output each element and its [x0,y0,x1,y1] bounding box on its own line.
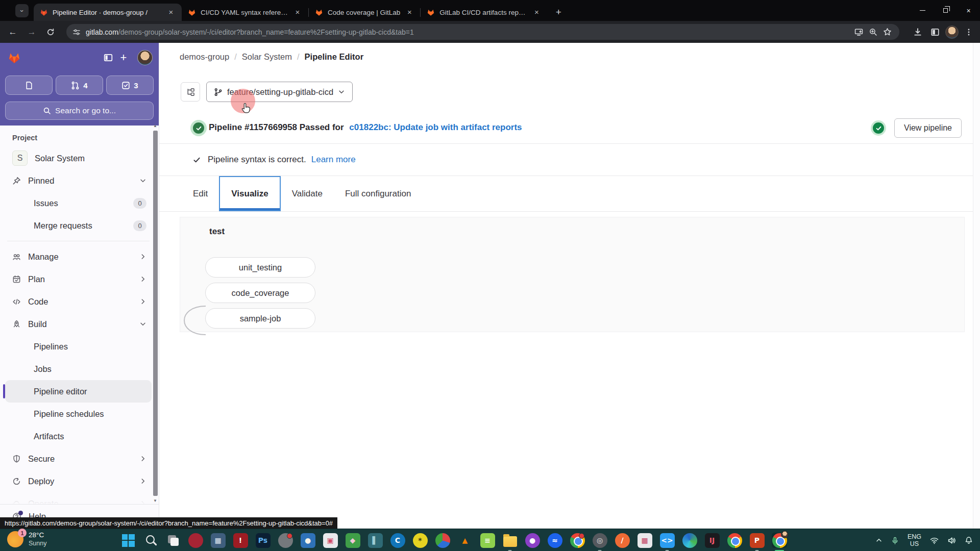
volume-icon[interactable] [947,536,956,545]
browser-tab-2[interactable]: CI/CD YAML syntax reference | ( × [182,4,308,21]
job-node-sample-job[interactable]: sample-job [205,308,315,329]
intellij-app[interactable]: IJ [704,533,720,548]
sidebar-item-artifacts[interactable]: Artifacts [5,425,152,447]
search-input[interactable]: Search or go to... [5,102,154,120]
browser-tab-3[interactable]: Code coverage | GitLab × [309,4,420,21]
bookmark-star-button[interactable] [880,25,894,39]
file-explorer[interactable] [502,533,518,548]
tab-full-configuration[interactable]: Full configuration [334,176,422,211]
todos-shortcut-button[interactable]: 3 [106,76,154,95]
notification-bell-icon[interactable] [965,536,973,544]
sidebar-item-issues[interactable]: Issues 0 [5,192,152,214]
sidebar-item-pipeline-schedules[interactable]: Pipeline schedules [5,403,152,425]
sidebar-item-operate[interactable]: Operate [5,492,152,504]
create-new-button[interactable]: + [116,50,131,65]
sidebar-item-pipelines[interactable]: Pipelines [5,335,152,358]
photoshop-app[interactable]: Ps [255,533,271,548]
window-close-button[interactable]: × [957,0,980,21]
sidebar-toggle-button[interactable] [101,50,116,65]
job-node-unit-testing[interactable]: unit_testing [205,257,315,278]
window-restore-button[interactable] [934,0,957,21]
new-tab-button[interactable]: + [551,5,566,19]
microphone-icon[interactable] [891,537,899,544]
tab-edit[interactable]: Edit [182,176,219,211]
powerpoint-app[interactable]: P [749,533,765,548]
tab-search-button[interactable]: › [15,4,29,17]
back-button[interactable]: ← [5,24,20,40]
sidebar-item-jobs[interactable]: Jobs [5,358,152,380]
forward-button[interactable]: → [24,24,39,40]
tab-close-icon[interactable]: × [532,8,541,17]
zoom-page-button[interactable] [866,25,880,39]
penguin-app[interactable]: ● [300,533,315,548]
notepad-app[interactable]: ≡ [480,533,495,548]
breadcrumb-project-link[interactable]: Solar System [242,52,292,62]
browser-profile-avatar[interactable] [945,26,959,39]
merge-requests-shortcut-button[interactable]: 4 [56,76,103,95]
sidebar-item-deploy[interactable]: Deploy [5,470,152,492]
commit-link[interactable]: c01822bc: Update job with artifact repor… [349,122,522,132]
github-app[interactable]: ● [525,533,540,548]
design-app[interactable]: ◆ [345,533,360,548]
page-scrollbar[interactable] [973,43,980,529]
branch-selector-dropdown[interactable]: feature/setting-up-gitlab-cicd [206,82,353,102]
tab-close-icon[interactable]: × [293,8,302,17]
sidebar-item-secure[interactable]: Secure [5,447,152,470]
screenshot-app[interactable]: ▣ [323,533,338,548]
window-minimize-button[interactable] [911,0,934,21]
split-screen-button[interactable] [928,25,942,39]
sidebar-item-code[interactable]: Code [5,290,152,313]
user-avatar[interactable] [137,50,153,65]
settings-gear-app[interactable]: * [412,533,428,548]
chrome-app[interactable] [727,533,742,548]
color-wheel-app[interactable] [435,533,450,548]
vscode-app[interactable]: <> [659,533,675,548]
tray-expand-icon[interactable] [875,537,883,544]
language-indicator[interactable]: ENG US [908,533,921,548]
sidebar-item-project[interactable]: S Solar System [5,147,152,169]
start-button[interactable] [120,533,136,548]
job-node-code-coverage[interactable]: code_coverage [205,283,315,303]
browser-tab-1[interactable]: Pipeline Editor · demos-group / × [34,4,182,21]
browser-tab-4[interactable]: GitLab CI/CD artifacts reports ty × [421,4,547,21]
tab-validate[interactable]: Validate [281,176,334,211]
lightning-app[interactable]: ! [233,533,248,548]
sidebar-item-build[interactable]: Build [5,313,152,335]
downloads-button[interactable] [911,25,925,39]
view-pipeline-button[interactable]: View pipeline [894,118,962,138]
photos-app[interactable]: ▦ [637,533,652,548]
wifi-icon[interactable] [930,536,939,545]
tab-close-icon[interactable]: × [405,8,414,17]
calculator-app[interactable]: ▦ [210,533,226,548]
sidebar-item-pinned[interactable]: Pinned [5,169,152,192]
gitlab-logo[interactable] [7,51,21,65]
task-view-button[interactable] [165,533,181,548]
edge-app[interactable] [682,533,697,548]
postman-app[interactable]: ∕ [615,533,630,548]
vlc-app[interactable]: ▲ [457,533,473,548]
url-bar[interactable]: gitlab.com/demos-group/solar-system/-/ci… [66,24,899,40]
chrome-profile-active[interactable] [772,533,787,548]
sidebar-item-manage[interactable]: Manage [5,245,152,268]
weather-widget[interactable]: 1 28°C Sunny [7,531,46,548]
issues-shortcut-button[interactable] [5,76,53,95]
chrome-beta-app[interactable] [570,533,585,548]
docker-app[interactable]: ≈ [547,533,562,548]
tab-close-icon[interactable]: × [166,8,176,17]
media-app[interactable] [188,533,203,548]
search-button[interactable] [143,533,158,548]
sidebar-item-pipeline-editor[interactable]: Pipeline editor [5,380,152,403]
tab-visualize[interactable]: Visualize [219,176,280,211]
sidebar-scrollbar[interactable] [153,131,158,496]
install-app-button[interactable] [851,25,866,39]
sidebar-item-merge-requests[interactable]: Merge requests 0 [5,214,152,237]
breadcrumb-group-link[interactable]: demos-group [180,52,229,62]
file-tree-toggle-button[interactable] [181,82,200,102]
reload-button[interactable] [43,24,58,40]
learn-more-link[interactable]: Learn more [311,155,356,165]
obs-app[interactable]: ◎ [592,533,607,548]
browser-menu-button[interactable] [962,25,976,39]
camera-app[interactable] [278,533,293,548]
sidebar-item-plan[interactable]: Plan [5,268,152,290]
split-view-app[interactable]: ▌ [368,533,383,548]
